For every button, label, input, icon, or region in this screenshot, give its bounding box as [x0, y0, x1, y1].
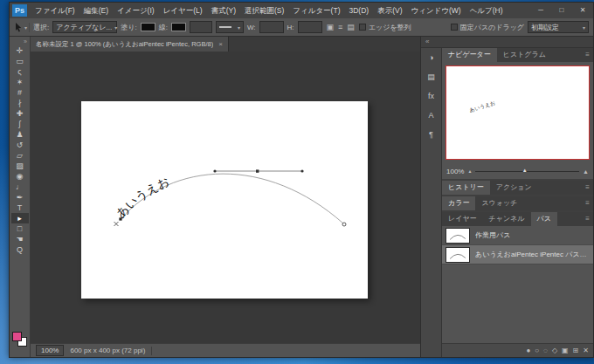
navigator-view-box[interactable]: あいうえお — [446, 65, 590, 160]
panel-menu-icon[interactable]: ≡ — [585, 196, 593, 210]
foreground-color-swatch[interactable] — [12, 332, 22, 341]
rectangle-tool[interactable]: □ — [11, 223, 29, 234]
crop-tool[interactable]: # — [11, 87, 29, 98]
navigator-preview-text: あいうえお — [468, 100, 496, 115]
tab-paths[interactable]: パス — [531, 212, 557, 226]
tab-actions[interactable]: アクション — [490, 181, 538, 195]
brush-tool[interactable]: ʃ — [11, 119, 29, 129]
tab-swatches[interactable]: スウォッチ — [475, 196, 523, 210]
menu-item[interactable]: レイヤー(L) — [159, 3, 207, 18]
menu-item[interactable]: 選択範囲(S) — [240, 3, 288, 18]
dock-collapse-icon[interactable]: « — [425, 37, 429, 47]
navigator-zoom-slider[interactable]: ▲ — [475, 166, 579, 176]
menu-item[interactable]: フィルター(T) — [288, 3, 344, 18]
add-mask-icon[interactable]: ▣ — [562, 344, 569, 358]
history-brush-tool[interactable]: ↺ — [11, 140, 29, 150]
tab-history[interactable]: ヒストリー — [442, 181, 490, 195]
marquee-tool[interactable]: ▭ — [11, 56, 29, 66]
paths-empty-area — [442, 264, 593, 343]
eyedropper-tool[interactable]: ∤ — [11, 98, 29, 108]
path-arrange-icon[interactable]: ▤ — [346, 21, 356, 33]
menu-item[interactable]: 書式(Y) — [207, 3, 240, 18]
text-start-marker — [114, 222, 119, 226]
close-button[interactable]: ✕ — [572, 3, 593, 18]
stroke-width-field[interactable] — [190, 21, 212, 33]
blur-tool[interactable]: ◉ — [11, 171, 29, 182]
fill-path-icon[interactable]: ● — [526, 344, 530, 358]
maximize-button[interactable]: □ — [551, 3, 572, 18]
lasso-tool[interactable]: ς — [11, 66, 29, 77]
tab-histogram[interactable]: ヒストグラム — [497, 48, 552, 62]
status-zoom-field[interactable]: 100% — [36, 345, 64, 356]
height-field[interactable] — [298, 21, 322, 33]
new-path-icon[interactable]: ⊞ — [573, 344, 579, 358]
photoshop-window: Ps ファイル(F)編集(E)イメージ(I)レイヤー(L)書式(Y)選択範囲(S… — [9, 2, 594, 358]
document-canvas[interactable]: あいうえお — [81, 101, 368, 299]
dodge-tool[interactable]: ♩ — [11, 182, 29, 192]
panel-menu-icon[interactable]: ≡ — [585, 48, 593, 62]
paragraph-panel-icon[interactable]: ¶ — [424, 129, 439, 141]
tab-color[interactable]: カラー — [442, 196, 475, 210]
menu-item[interactable]: ヘルプ(H) — [466, 3, 508, 18]
zoom-in-icon[interactable]: ▲ — [583, 168, 589, 175]
align-edges-label: エッジを整列 — [369, 23, 411, 32]
menu-item[interactable]: 編集(E) — [79, 3, 113, 18]
panel-menu-icon[interactable]: ≡ — [585, 181, 593, 195]
canvas-pasteboard[interactable]: あいうえお — [31, 52, 420, 343]
hand-tool[interactable]: ☚ — [11, 234, 29, 244]
move-tool[interactable]: ✛ — [11, 45, 29, 56]
path-to-selection-icon[interactable]: ◌ — [543, 344, 548, 358]
path-operations-icon[interactable]: ▣ — [326, 21, 335, 33]
path-alignment-icon[interactable]: ≡ — [337, 21, 343, 33]
clone-stamp-tool[interactable]: ♟ — [11, 129, 29, 140]
stroke-path-icon[interactable]: ○ — [535, 344, 539, 358]
fill-color-swatch[interactable] — [141, 23, 155, 31]
menu-item[interactable]: 3D(D) — [344, 3, 373, 18]
path-selection-tool[interactable]: ▸ — [11, 213, 29, 223]
panel-menu-icon[interactable]: ≡ — [585, 212, 593, 226]
styles-panel-icon[interactable]: fx — [424, 91, 439, 102]
slider-thumb[interactable]: ▲ — [522, 168, 528, 173]
delete-path-icon[interactable]: ✕ — [583, 344, 589, 358]
eraser-tool[interactable]: ▱ — [11, 150, 29, 161]
navigator-zoom-controls: 100% ▲ ▲ ▲ — [442, 163, 593, 179]
select-mode-dropdown[interactable]: アクティブなレ... ▾ — [52, 21, 117, 33]
constrain-path-checkbox[interactable] — [451, 24, 458, 31]
window-controls: ─ □ ✕ — [530, 3, 593, 18]
navigator-zoom-value[interactable]: 100% — [446, 168, 464, 175]
stroke-style-dropdown[interactable]: ▾ — [216, 21, 244, 33]
character-panel-icon[interactable]: A — [424, 110, 439, 121]
anchor-point-middle[interactable] — [256, 169, 259, 172]
tab-close-icon[interactable]: × — [218, 40, 223, 48]
tab-channels[interactable]: チャンネル — [483, 212, 531, 226]
handle-point-left[interactable] — [213, 169, 216, 172]
minimize-button[interactable]: ─ — [530, 3, 551, 18]
pen-tool[interactable]: ✒ — [11, 192, 29, 203]
path-row-type-path[interactable]: あいうえおaiPentec iPentec パス文字 — [442, 245, 593, 264]
tab-layers[interactable]: レイヤー — [442, 212, 483, 226]
adjustments-panel-icon[interactable]: ◑ — [424, 52, 439, 64]
libraries-panel-icon[interactable]: ▤ — [424, 72, 439, 83]
healing-brush-tool[interactable]: ✚ — [11, 108, 29, 119]
tab-navigator[interactable]: ナビゲーター — [442, 48, 497, 62]
menu-item[interactable]: ファイル(F) — [31, 3, 79, 18]
workspace-preset-dropdown[interactable]: 初期設定 ▾ — [528, 21, 589, 33]
align-edges-checkbox[interactable] — [359, 24, 366, 31]
quick-selection-tool[interactable]: ✶ — [11, 77, 29, 87]
path-row-work-path[interactable]: 作業用パス — [442, 226, 593, 245]
handle-point-right[interactable] — [300, 169, 303, 172]
menu-item[interactable]: 表示(V) — [373, 3, 406, 18]
toolbar-collapse-icon[interactable]: » — [24, 38, 30, 45]
width-field[interactable] — [259, 21, 284, 33]
type-tool[interactable]: T — [11, 203, 29, 213]
zoom-tool[interactable]: Q — [11, 244, 29, 255]
zoom-out-icon[interactable]: ▲ — [467, 168, 472, 174]
selection-to-path-icon[interactable]: ◇ — [552, 344, 557, 358]
gradient-tool[interactable]: ▨ — [11, 161, 29, 171]
document-tab[interactable]: 名称未設定 1 @ 100% (あいうえおaiPentec iPentec, R… — [31, 37, 229, 52]
document-tab-bar: 名称未設定 1 @ 100% (あいうえおaiPentec iPentec, R… — [31, 37, 420, 52]
current-tool-badge[interactable]: ▾ — [14, 23, 30, 32]
stroke-color-swatch[interactable] — [171, 23, 186, 31]
menu-item[interactable]: イメージ(I) — [113, 3, 159, 18]
menu-item[interactable]: ウィンドウ(W) — [406, 3, 465, 18]
